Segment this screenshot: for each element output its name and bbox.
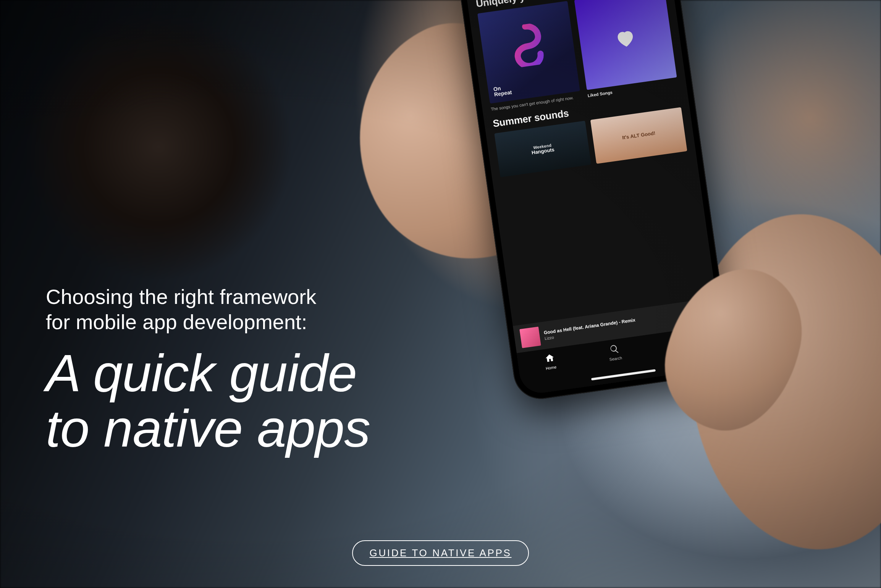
- headline-line-2: to native apps: [46, 399, 370, 458]
- subheading-line-2: for mobile app development:: [46, 310, 307, 333]
- article-headline: A quick guide to native apps: [46, 346, 370, 456]
- headline-line-1: A quick guide: [46, 344, 357, 402]
- article-subheading: Choosing the right framework for mobile …: [46, 284, 316, 335]
- subheading-line-1: Choosing the right framework: [46, 285, 316, 308]
- cta-button-label: GUIDE TO NATIVE APPS: [370, 547, 512, 559]
- cta-button-guide[interactable]: GUIDE TO NATIVE APPS: [352, 540, 529, 566]
